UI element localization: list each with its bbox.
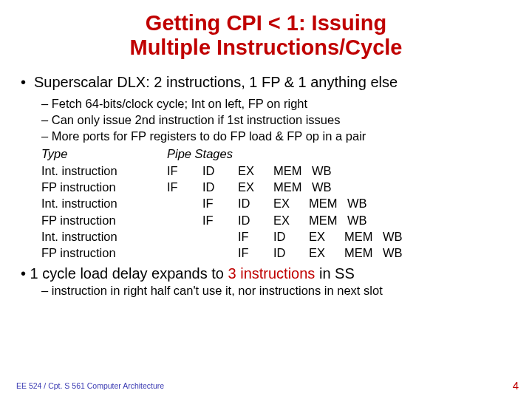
stage-ex: EX	[309, 228, 344, 245]
bullet-dot-icon: •	[21, 74, 34, 91]
row-type: Int. instruction	[41, 163, 152, 179]
stage-ex: EX	[309, 245, 344, 261]
table-row: Int. instructionIFIDEXMEMWB	[41, 228, 511, 245]
stage-if: IF	[167, 179, 202, 195]
stage-ex: EX	[273, 212, 309, 228]
table-row: FP instructionIFIDEXMEMWB	[41, 179, 511, 195]
stage-id: ID	[202, 163, 238, 179]
slide: Getting CPI < 1: Issuing Multiple Instru…	[0, 0, 532, 399]
table-row: Int. instructionIFIDEXMEMWB	[41, 163, 511, 179]
stage-mem: MEM	[344, 228, 383, 245]
stage-ex: EX	[238, 163, 273, 179]
stage-mem: MEM	[273, 179, 312, 195]
table-row: Int. instructionIFIDEXMEMWB	[41, 195, 511, 211]
stage-wb: WB	[347, 212, 383, 228]
stage-mem: MEM	[273, 163, 312, 179]
footer-page-number: 4	[513, 379, 519, 392]
slide-title: Getting CPI < 1: Issuing Multiple Instru…	[21, 11, 511, 61]
bullet-dot-icon: •	[21, 265, 26, 282]
title-line-1: Getting CPI < 1: Issuing	[146, 11, 386, 35]
hdr-type: Type	[41, 146, 152, 162]
stage-if: IF	[238, 228, 273, 245]
stage-if: IF	[167, 163, 202, 179]
stage-if: IF	[202, 195, 238, 211]
stage-wb: WB	[347, 195, 383, 211]
stage-mem: MEM	[344, 245, 383, 261]
stage-id: ID	[202, 179, 238, 195]
bullet-text: Superscalar DLX: 2 instructions, 1 FP & …	[34, 74, 398, 90]
stage-id: ID	[273, 228, 309, 245]
b2-highlight: 3 instructions	[228, 265, 316, 282]
footer-course: EE 524 / Cpt. S 561 Computer Architectur…	[16, 381, 164, 390]
table-row: FP instructionIFIDEXMEMWB	[41, 212, 511, 228]
bullet-superscalar: •Superscalar DLX: 2 instructions, 1 FP &…	[21, 74, 511, 91]
stage-if: IF	[202, 212, 238, 228]
title-line-2: Multiple Instructions/Cycle	[130, 35, 403, 59]
bullet-load-delay: • 1 cycle load delay expands to 3 instru…	[21, 265, 511, 282]
sub-issue: – Can only issue 2nd instruction if 1st …	[41, 112, 511, 128]
row-type: Int. instruction	[41, 228, 152, 245]
stage-mem: MEM	[309, 195, 347, 211]
sub-right-half: – instruction in right half can't use it…	[41, 284, 511, 298]
stage-id: ID	[238, 212, 273, 228]
pipe-table: TypePipe Stages Int. instructionIFIDEXME…	[41, 146, 511, 261]
pipe-table-header: TypePipe Stages	[41, 146, 511, 162]
table-row: FP instructionIFIDEXMEMWB	[41, 245, 511, 261]
stage-id: ID	[273, 245, 309, 261]
stage-if: IF	[238, 245, 273, 261]
sub-block: – Fetch 64-bits/clock cycle; Int on left…	[41, 95, 511, 262]
stage-id: ID	[238, 195, 273, 211]
row-type: FP instruction	[41, 245, 152, 261]
sub-ports: – More ports for FP registers to do FP l…	[41, 128, 511, 144]
b2-post: in SS	[315, 265, 354, 282]
b2-pre: 1 cycle load delay expands to	[26, 265, 228, 282]
stage-mem: MEM	[309, 212, 347, 228]
stage-ex: EX	[273, 195, 309, 211]
stage-ex: EX	[238, 179, 273, 195]
stage-wb: WB	[383, 245, 418, 261]
stage-wb: WB	[312, 163, 347, 179]
sub-fetch: – Fetch 64-bits/clock cycle; Int on left…	[41, 95, 511, 112]
stage-wb: WB	[312, 179, 347, 195]
hdr-pipe: Pipe Stages	[167, 147, 233, 160]
row-type: FP instruction	[41, 179, 152, 195]
row-type: FP instruction	[41, 212, 152, 228]
stage-wb: WB	[383, 228, 418, 245]
row-type: Int. instruction	[41, 195, 152, 211]
